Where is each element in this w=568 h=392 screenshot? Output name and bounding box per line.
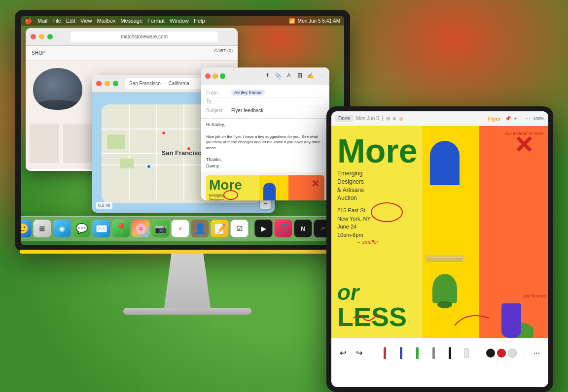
ipad-toolbar-icon1[interactable]: ⊞ [386, 116, 390, 121]
dock-finder[interactable]: 🙂 [21, 220, 32, 237]
fullscreen-button[interactable] [47, 34, 53, 39]
cart-button[interactable]: CART (0) [214, 48, 233, 53]
dock-notes[interactable]: 📝 [211, 220, 229, 237]
menu-window[interactable]: Window [170, 18, 189, 24]
flyer-x-annotation: ✕ [311, 178, 320, 190]
send-icon[interactable]: ⬆ [263, 72, 271, 80]
tool-divider-2 [479, 347, 479, 359]
maps-close[interactable] [96, 81, 102, 86]
menu-mail[interactable]: Mail [37, 18, 47, 24]
photo-icon[interactable]: 🖼 [296, 72, 304, 80]
color-red[interactable] [497, 349, 506, 358]
menu-mailbox[interactable]: Mailbox [97, 18, 116, 24]
menu-message[interactable]: Message [120, 18, 142, 24]
finder-icon: 🙂 [21, 223, 29, 234]
mail-close[interactable] [205, 73, 211, 79]
ipad-x-mark: ✕ [514, 133, 533, 157]
attach-icon[interactable]: 📎 [274, 72, 282, 80]
flyer-more-text: More [209, 178, 256, 192]
menu-edit[interactable]: Edit [66, 18, 75, 24]
menu-bar-left: 🍎 Mail File Edit View Mailbox Message Fo… [25, 17, 284, 25]
map-pin [162, 131, 166, 135]
menu-format[interactable]: Format [147, 18, 165, 24]
dock-facetime[interactable]: 📷 [152, 220, 170, 237]
shop-link[interactable]: SHOP [32, 50, 45, 56]
mail-body-text: Nice job on the flyer. I have a few sugg… [206, 134, 324, 151]
imac-screen: 🍎 Mail File Edit View Mailbox Message Fo… [21, 16, 344, 245]
notes-icon: 📝 [213, 223, 226, 234]
menu-help[interactable]: Help [194, 18, 205, 24]
dock-news[interactable]: N [294, 220, 312, 237]
ipad-toolbar-icon2[interactable]: ≡ [393, 116, 396, 121]
mail-minimize[interactable] [213, 73, 218, 79]
map-road [129, 104, 130, 200]
pen-tool-1[interactable] [379, 345, 390, 361]
close-button[interactable] [31, 34, 36, 39]
dock-contacts[interactable]: 👤 [191, 220, 209, 237]
ipad-share-icon[interactable]: ↑ [520, 116, 522, 121]
menu-file[interactable]: File [52, 18, 61, 24]
url-text: matchstoneware.com [121, 34, 168, 39]
pen-tool-4[interactable] [428, 345, 439, 361]
dock-launchpad[interactable]: ⊞ [34, 220, 51, 237]
format-icon[interactable]: A [285, 72, 293, 80]
dock-safari[interactable]: ◉ [53, 220, 71, 237]
photos-icon: 🌸 [135, 223, 147, 234]
more-options-button[interactable]: ··· [531, 345, 542, 361]
mail-name: Danny [206, 163, 324, 169]
undo-button[interactable]: ↩ [337, 345, 349, 361]
tool-divider [372, 347, 372, 359]
ipad-date: Mon Jun 5 [356, 116, 379, 121]
dock-maps[interactable]: 📍 [112, 220, 130, 237]
dock-mail[interactable]: ✉️ [93, 220, 110, 237]
ipad-done-button[interactable]: Done [335, 115, 353, 122]
ipad-separator: | [382, 116, 384, 121]
color-black[interactable] [486, 349, 495, 358]
ipad-squiggle [351, 311, 381, 323]
dock-photos[interactable]: 🌸 [132, 220, 150, 237]
ipad-more-icon[interactable]: ⋯ [525, 116, 530, 121]
eraser-tool[interactable] [461, 345, 472, 361]
color-picker-group[interactable] [486, 349, 517, 358]
dock-messages[interactable]: 💬 [73, 220, 91, 237]
mail-flyer-attachment: More Emerging Designers & Artisans Aucti… [206, 175, 324, 200]
subject-label: Subject: [206, 108, 228, 113]
url-bar[interactable]: matchstoneware.com [71, 32, 218, 42]
ipad-plant-group [432, 274, 457, 308]
apple-menu[interactable]: 🍎 [25, 17, 33, 25]
redo-button[interactable]: ↪ [354, 345, 365, 361]
dock-calendar[interactable]: 5 [172, 220, 189, 237]
flyer-content: More Emerging Designers & Artisans Aucti… [206, 175, 324, 200]
product-bowl [33, 68, 82, 110]
minimize-button[interactable] [39, 34, 44, 39]
product-item[interactable] [30, 124, 59, 163]
maps-minimize[interactable] [105, 81, 110, 86]
pen-tool-3[interactable] [412, 345, 423, 361]
ipad-plus-icon[interactable]: + [514, 116, 517, 121]
mail-to-field[interactable]: To: [206, 98, 324, 106]
flyer-left-panel: More Emerging Designers & Artisans Aucti… [206, 175, 259, 200]
imac-screen-bezel: 🍎 Mail File Edit View Mailbox Message Fo… [15, 10, 350, 251]
ipad-add-flowers-annotation: add flowers [523, 294, 546, 298]
dock-music[interactable]: 🎵 [275, 220, 292, 237]
ipad-sun-annotation: sun instead of noon [504, 131, 543, 136]
dock-reminders[interactable]: ☑ [231, 220, 248, 237]
product-item[interactable] [63, 124, 93, 163]
news-icon: N [301, 225, 305, 232]
music-icon: 🎵 [277, 223, 289, 234]
maps-fullscreen[interactable] [113, 81, 118, 86]
more-icon[interactable]: ⋯ [318, 72, 325, 80]
pen-tool-2[interactable] [395, 345, 407, 361]
ipad-toolbar: Done Mon Jun 5 | ⊞ ≡ ◎ Flyer 📌 + ↑ ⋯ 100… [331, 111, 548, 126]
mail-window[interactable]: ⬆ 📎 A 🖼 ✍ ⋯ From: Ashley Kumar To: [201, 67, 329, 200]
signature-icon[interactable]: ✍ [307, 72, 315, 80]
ipad-pin-icon[interactable]: 📌 [505, 116, 511, 121]
color-white[interactable] [508, 349, 517, 358]
mail-icon: ✉️ [95, 223, 107, 234]
dock-appletv[interactable]: ▶ [255, 220, 273, 237]
ipad-toolbar-icon3[interactable]: ◎ [399, 116, 403, 121]
map-park [107, 134, 125, 149]
pen-tool-5[interactable] [444, 345, 456, 361]
menu-view[interactable]: View [80, 18, 92, 24]
mail-fullscreen[interactable] [220, 73, 225, 79]
